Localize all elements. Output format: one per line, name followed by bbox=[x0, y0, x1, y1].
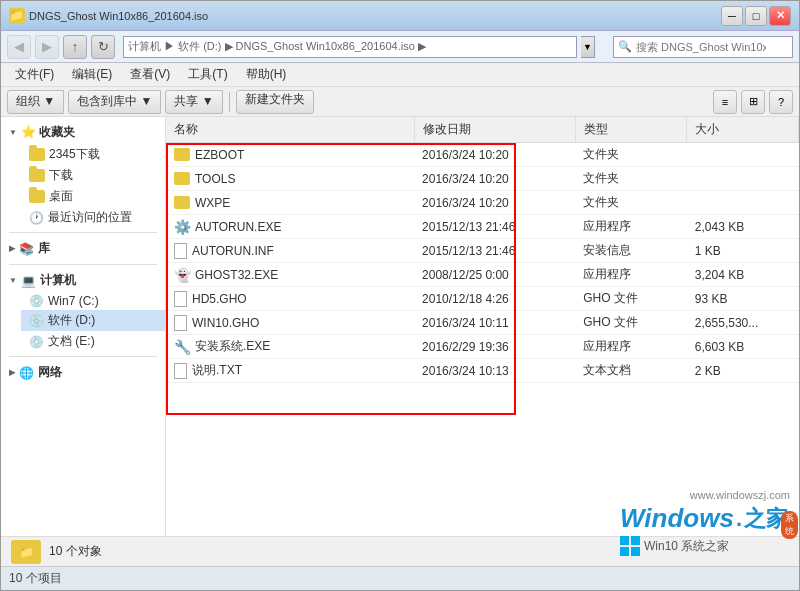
file-size: 6,603 KB bbox=[687, 335, 799, 359]
file-name-cell[interactable]: WXPE bbox=[166, 191, 414, 215]
help-button[interactable]: ? bbox=[769, 90, 793, 114]
menu-edit[interactable]: 编辑(E) bbox=[64, 64, 120, 85]
folder-icon bbox=[29, 190, 45, 203]
menu-bar: 文件(F) 编辑(E) 查看(V) 工具(T) 帮助(H) bbox=[1, 63, 799, 87]
column-type[interactable]: 类型 bbox=[575, 117, 687, 143]
window-title: DNGS_Ghost Win10x86_201604.iso bbox=[29, 10, 208, 22]
bottom-count: 10 个项目 bbox=[9, 570, 62, 587]
nav-item-download[interactable]: 下载 bbox=[21, 165, 165, 186]
search-icon: 🔍 bbox=[614, 40, 636, 53]
file-size bbox=[687, 191, 799, 215]
window-icon: 📁 bbox=[9, 8, 25, 24]
file-icon bbox=[174, 315, 187, 331]
address-dropdown[interactable]: ▼ bbox=[581, 36, 595, 58]
table-row[interactable]: ⚙️ AUTORUN.EXE 2015/12/13 21:46 应用程序 2,0… bbox=[166, 215, 799, 239]
menu-help[interactable]: 帮助(H) bbox=[238, 64, 295, 85]
file-name-cell[interactable]: 说明.TXT bbox=[166, 359, 414, 383]
nav-item-desktop-label: 桌面 bbox=[49, 188, 73, 205]
chevron-right-icon-2: ▶ bbox=[9, 368, 15, 377]
file-name-cell[interactable]: ⚙️ AUTORUN.EXE bbox=[166, 215, 414, 239]
menu-view[interactable]: 查看(V) bbox=[122, 64, 178, 85]
share-button[interactable]: 共享 ▼ bbox=[165, 90, 222, 114]
up-button[interactable]: ↑ bbox=[63, 35, 87, 59]
file-name-cell[interactable]: HD5.GHO bbox=[166, 287, 414, 311]
file-type: 应用程序 bbox=[575, 263, 687, 287]
organize-button[interactable]: 组织 ▼ bbox=[7, 90, 64, 114]
nav-item-desktop[interactable]: 桌面 bbox=[21, 186, 165, 207]
main-window: 📁 DNGS_Ghost Win10x86_201604.iso ─ □ ✕ ◀… bbox=[0, 0, 800, 591]
title-bar: 📁 DNGS_Ghost Win10x86_201604.iso ─ □ ✕ bbox=[1, 1, 799, 31]
file-name-cell[interactable]: 👻 GHOST32.EXE bbox=[166, 263, 414, 287]
file-type: 文件夹 bbox=[575, 167, 687, 191]
drive-icon-e: 💿 bbox=[29, 335, 44, 349]
nav-favorites-items: 2345下载 下载 桌面 🕐 最近访问的位置 bbox=[1, 144, 165, 228]
nav-item-e-drive[interactable]: 💿 文档 (E:) bbox=[21, 331, 165, 352]
nav-item-d-drive[interactable]: 💿 软件 (D:) bbox=[21, 310, 165, 331]
column-size[interactable]: 大小 bbox=[687, 117, 799, 143]
view-toggle-button[interactable]: ≡ bbox=[713, 90, 737, 114]
drive-icon-d: 💿 bbox=[29, 314, 44, 328]
file-table: 名称 修改日期 类型 大小 EZBOOT 2016/3/24 10:20 文件夹 bbox=[166, 117, 799, 383]
table-row[interactable]: WIN10.GHO 2016/3/24 10:11 GHO 文件 2,655,5… bbox=[166, 311, 799, 335]
nav-computer-header[interactable]: ▼ 💻 计算机 bbox=[1, 269, 165, 292]
chevron-down-icon: ▼ bbox=[9, 128, 17, 137]
table-row[interactable]: 🔧 安装系统.EXE 2016/2/29 19:36 应用程序 6,603 KB bbox=[166, 335, 799, 359]
file-name-cell[interactable]: EZBOOT bbox=[166, 143, 414, 167]
view-details-button[interactable]: ⊞ bbox=[741, 90, 765, 114]
nav-separator-1 bbox=[9, 232, 157, 233]
file-name-cell[interactable]: TOOLS bbox=[166, 167, 414, 191]
folder-icon bbox=[29, 148, 45, 161]
nav-network-header[interactable]: ▶ 🌐 网络 bbox=[1, 361, 165, 384]
nav-item-c-drive[interactable]: 💿 Win7 (C:) bbox=[21, 292, 165, 310]
include-library-button[interactable]: 包含到库中 ▼ bbox=[68, 90, 161, 114]
toolbar: 组织 ▼ 包含到库中 ▼ 共享 ▼ 新建文件夹 ≡ ⊞ ? bbox=[1, 87, 799, 117]
file-modified: 2015/12/13 21:46 bbox=[414, 215, 575, 239]
maximize-button[interactable]: □ bbox=[745, 6, 767, 26]
refresh-button[interactable]: ↻ bbox=[91, 35, 115, 59]
search-input[interactable] bbox=[636, 41, 766, 53]
table-row[interactable]: 说明.TXT 2016/3/24 10:13 文本文档 2 KB bbox=[166, 359, 799, 383]
nav-favorites-header[interactable]: ▼ ⭐ 收藏夹 bbox=[1, 121, 165, 144]
table-row[interactable]: TOOLS 2016/3/24 10:20 文件夹 bbox=[166, 167, 799, 191]
table-row[interactable]: WXPE 2016/3/24 10:20 文件夹 bbox=[166, 191, 799, 215]
organize-group: 组织 ▼ bbox=[7, 90, 64, 114]
file-size bbox=[687, 167, 799, 191]
forward-button[interactable]: ▶ bbox=[35, 35, 59, 59]
share-group: 共享 ▼ bbox=[165, 90, 222, 114]
nav-item-recent[interactable]: 🕐 最近访问的位置 bbox=[21, 207, 165, 228]
file-size: 2,043 KB bbox=[687, 215, 799, 239]
file-type: 安装信息 bbox=[575, 239, 687, 263]
nav-item-c-label: Win7 (C:) bbox=[48, 294, 99, 308]
table-row[interactable]: 👻 GHOST32.EXE 2008/12/25 0:00 应用程序 3,204… bbox=[166, 263, 799, 287]
file-name-cell[interactable]: 🔧 安装系统.EXE bbox=[166, 335, 414, 359]
column-name[interactable]: 名称 bbox=[166, 117, 414, 143]
file-size: 2 KB bbox=[687, 359, 799, 383]
drive-icon: 💿 bbox=[29, 294, 44, 308]
column-modified[interactable]: 修改日期 bbox=[414, 117, 575, 143]
nav-item-2345download[interactable]: 2345下载 bbox=[21, 144, 165, 165]
file-type: 文件夹 bbox=[575, 191, 687, 215]
exe-icon: ⚙️ bbox=[174, 219, 190, 235]
close-button[interactable]: ✕ bbox=[769, 6, 791, 26]
table-row[interactable]: EZBOOT 2016/3/24 10:20 文件夹 bbox=[166, 143, 799, 167]
file-name-cell[interactable]: WIN10.GHO bbox=[166, 311, 414, 335]
chevron-down-icon-2: ▼ bbox=[9, 276, 17, 285]
minimize-button[interactable]: ─ bbox=[721, 6, 743, 26]
nav-item-d-label: 软件 (D:) bbox=[48, 312, 95, 329]
menu-tools[interactable]: 工具(T) bbox=[180, 64, 235, 85]
table-row[interactable]: AUTORUN.INF 2015/12/13 21:46 安装信息 1 KB bbox=[166, 239, 799, 263]
nav-network-section: ▶ 🌐 网络 bbox=[1, 361, 165, 384]
file-modified: 2010/12/18 4:26 bbox=[414, 287, 575, 311]
folder-icon bbox=[174, 148, 190, 161]
back-button[interactable]: ◀ bbox=[7, 35, 31, 59]
menu-file[interactable]: 文件(F) bbox=[7, 64, 62, 85]
file-name: WXPE bbox=[195, 196, 230, 210]
nav-item-recent-label: 最近访问的位置 bbox=[48, 209, 132, 226]
table-row[interactable]: HD5.GHO 2010/12/18 4:26 GHO 文件 93 KB bbox=[166, 287, 799, 311]
nav-favorites-label: ⭐ 收藏夹 bbox=[21, 124, 75, 141]
new-folder-button[interactable]: 新建文件夹 bbox=[236, 90, 314, 114]
nav-library-header[interactable]: ▶ 📚 库 bbox=[1, 237, 165, 260]
file-name-cell[interactable]: AUTORUN.INF bbox=[166, 239, 414, 263]
address-input[interactable]: 计算机 ▶ 软件 (D:) ▶ DNGS_Ghost Win10x86_2016… bbox=[123, 36, 577, 58]
nav-computer-section: ▼ 💻 计算机 💿 Win7 (C:) 💿 软件 (D:) 💿 bbox=[1, 269, 165, 352]
